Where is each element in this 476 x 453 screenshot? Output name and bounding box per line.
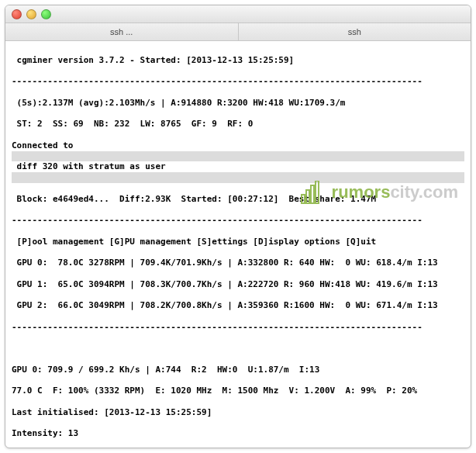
term-stats2: ST: 2 SS: 69 NB: 232 LW: 8765 GF: 9 RF: … — [12, 119, 464, 130]
term-hr: ----------------------------------------… — [12, 76, 464, 87]
term-g0-2: 77.0 C F: 100% (3332 RPM) E: 1020 MHz M:… — [12, 386, 464, 396]
term-gpu2s: GPU 2: 66.0C 3049RPM | 708.2K/700.8Kh/s … — [12, 300, 464, 311]
term-gpu1s: GPU 1: 65.0C 3094RPM | 708.3K/700.7Kh/s … — [12, 279, 464, 290]
term-hr: ----------------------------------------… — [12, 215, 464, 226]
tab-ssh-1[interactable]: ssh ... — [5, 23, 239, 40]
term-block: Block: e4649ed4... Diff:2.93K Started: [… — [12, 194, 464, 205]
terminal-output: cgminer version 3.7.2 - Started: [2013-1… — [5, 41, 471, 448]
term-g0-3: Last initialised: [2013-12-13 15:25:59] — [12, 407, 464, 418]
term-g0-1: GPU 0: 709.9 / 699.2 Kh/s | A:744 R:2 HW… — [12, 365, 464, 375]
term-g0-4: Intensity: 13 — [12, 428, 464, 439]
tab-bar: ssh ... ssh — [5, 23, 471, 41]
term-gpu0s: GPU 0: 78.0C 3278RPM | 709.4K/701.9Kh/s … — [12, 258, 464, 268]
term-stats1: (5s):2.137M (avg):2.103Mh/s | A:914880 R… — [12, 98, 464, 109]
titlebar[interactable] — [5, 5, 471, 23]
terminal-window: ssh ... ssh cgminer version 3.7.2 - Star… — [5, 5, 471, 448]
term-header: cgminer version 3.7.2 - Started: [2013-1… — [12, 55, 464, 66]
minimize-icon[interactable] — [26, 9, 36, 19]
term-conn: Connected to xxxxxxxxxxxx diff 320 with … — [12, 140, 464, 183]
close-icon[interactable] — [12, 9, 22, 19]
term-hr: ----------------------------------------… — [12, 322, 464, 333]
zoom-icon[interactable] — [41, 9, 51, 19]
tab-ssh-2[interactable]: ssh — [239, 23, 471, 40]
term-menu1: [P]ool management [G]PU management [S]et… — [12, 237, 464, 247]
